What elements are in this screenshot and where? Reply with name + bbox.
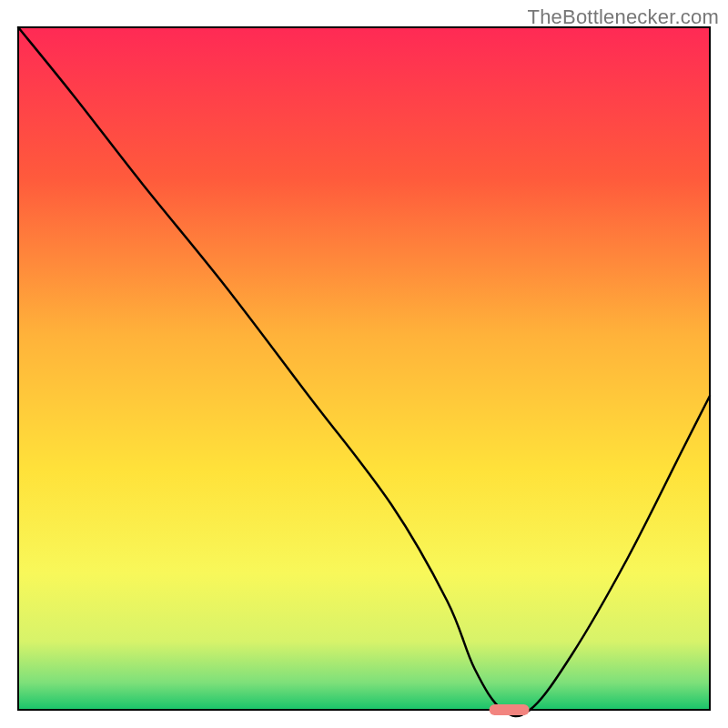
bottleneck-chart: TheBottlenecker.com: [0, 0, 728, 728]
chart-svg: [0, 0, 728, 728]
plot-background: [18, 27, 710, 710]
optimal-marker: [490, 704, 530, 715]
watermark-text: TheBottlenecker.com: [528, 5, 719, 29]
